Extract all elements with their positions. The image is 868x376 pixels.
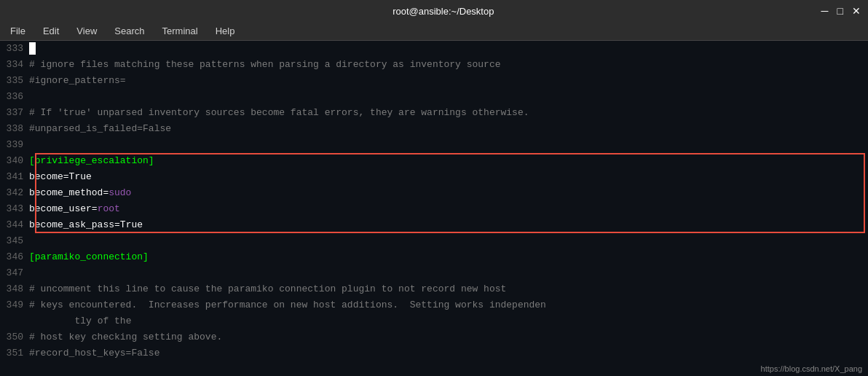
line-content-346: [paramiko_connection] [29,249,868,265]
editor-content: 333334# ignore files matching these patt… [0,41,868,361]
line-337: 337# If 'true' unparsed inventory source… [0,105,868,121]
line-content-351: #record_host_keys=False [29,345,868,361]
line-content-340: [privilege_escalation] [29,153,868,169]
menu-item-help[interactable]: Help [213,26,238,36]
title-bar: root@ansible:~/Desktop ─ □ ✕ [0,0,868,22]
line-number-345: 345 [0,233,29,249]
close-button[interactable]: ✕ [852,5,861,17]
line-339: 339 [0,137,868,153]
line-content-335: #ignore_patterns= [29,73,868,89]
line-content-343: become_user=root [29,201,868,217]
line-number-339: 339 [0,137,29,153]
line-number-343: 343 [0,201,29,217]
line-336: 336 [0,89,868,105]
line-content-342: become_method=sudo [29,185,868,201]
minimize-button[interactable]: ─ [821,5,829,17]
line-351: 351#record_host_keys=False [0,345,868,361]
editor: 333334# ignore files matching these patt… [0,41,868,376]
maximize-button[interactable]: □ [837,5,843,17]
line-343: 343become_user=root [0,201,868,217]
line-333: 333 [0,41,868,57]
line-349: 349# keys encountered. Increases perform… [0,297,868,329]
line-340: 340[privilege_escalation] [0,153,868,169]
watermark: https://blog.csdn.net/X_pang [761,364,862,373]
window-title: root@ansible:~/Desktop [66,6,821,17]
menu-item-view[interactable]: View [74,26,100,36]
menu-item-file[interactable]: File [7,26,28,36]
line-338: 338#unparsed_is_failed=False [0,121,868,137]
line-number-342: 342 [0,185,29,201]
line-334: 334# ignore files matching these pattern… [0,57,868,73]
line-content-334: # ignore files matching these patterns w… [29,57,868,73]
line-347: 347 [0,265,868,281]
text-cursor [29,42,36,55]
line-number-336: 336 [0,89,29,105]
line-number-344: 344 [0,217,29,233]
line-350: 350# host key checking setting above. [0,329,868,345]
line-number-333: 333 [0,41,29,57]
line-number-341: 341 [0,169,29,185]
line-341: 341become=True [0,169,868,185]
line-content-348: # uncomment this line to cause the param… [29,281,868,297]
line-344: 344become_ask_pass=True [0,217,868,233]
line-number-349: 349 [0,297,29,313]
line-number-350: 350 [0,329,29,345]
line-335: 335#ignore_patterns= [0,73,868,89]
line-number-338: 338 [0,121,29,137]
line-content-337: # If 'true' unparsed inventory sources b… [29,105,868,121]
line-348: 348# uncomment this line to cause the pa… [0,281,868,297]
line-346: 346[paramiko_connection] [0,249,868,265]
line-content-350: # host key checking setting above. [29,329,868,345]
line-342: 342become_method=sudo [0,185,868,201]
line-number-335: 335 [0,73,29,89]
line-number-334: 334 [0,57,29,73]
line-number-351: 351 [0,345,29,361]
line-345: 345 [0,233,868,249]
line-content-333 [29,41,868,57]
menu-item-terminal[interactable]: Terminal [159,26,201,36]
line-number-347: 347 [0,265,29,281]
line-number-348: 348 [0,281,29,297]
line-content-344: become_ask_pass=True [29,217,868,233]
line-number-340: 340 [0,153,29,169]
line-number-346: 346 [0,249,29,265]
menu-item-search[interactable]: Search [111,26,147,36]
line-number-337: 337 [0,105,29,121]
line-content-341: become=True [29,169,868,185]
line-content-349: # keys encountered. Increases performanc… [29,297,868,329]
menu-item-edit[interactable]: Edit [40,26,62,36]
menu-bar: FileEditViewSearchTerminalHelp [0,22,868,41]
line-content-338: #unparsed_is_failed=False [29,121,868,137]
window-controls[interactable]: ─ □ ✕ [821,5,861,17]
